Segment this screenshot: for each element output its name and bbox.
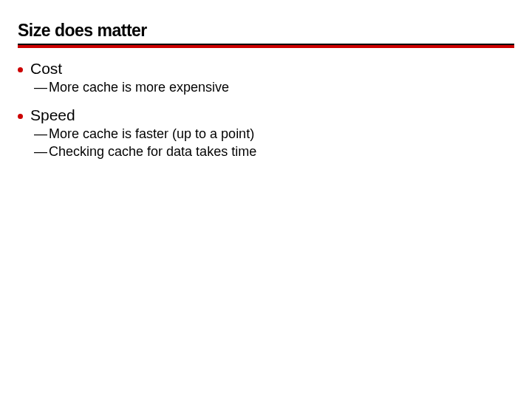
bullet-level1-text: Cost [30, 60, 62, 78]
bullet-level1: Cost [18, 60, 514, 78]
bullet-level2-text: More cache is more expensive [49, 80, 229, 95]
bullet-level2: — More cache is faster (up to a point) [34, 126, 514, 142]
bullet-level2-text: Checking cache for data takes time [49, 144, 256, 160]
slide-container: Size does matter Cost — More cache is mo… [0, 0, 532, 183]
dash-icon: — [34, 144, 47, 160]
bullet-dot-icon [18, 114, 23, 119]
bullet-level2: — More cache is more expensive [34, 80, 514, 95]
bullet-level1-text: Speed [30, 106, 75, 124]
slide-title: Size does matter [18, 21, 514, 44]
bullet-level1: Speed [18, 106, 514, 124]
bullet-level2: — Checking cache for data takes time [34, 144, 514, 160]
dash-icon: — [34, 126, 47, 142]
bullet-level2-text: More cache is faster (up to a point) [49, 126, 254, 142]
dash-icon: — [34, 80, 47, 95]
bullet-dot-icon [18, 67, 23, 72]
slide-content: Cost — More cache is more expensive Spee… [18, 48, 514, 160]
